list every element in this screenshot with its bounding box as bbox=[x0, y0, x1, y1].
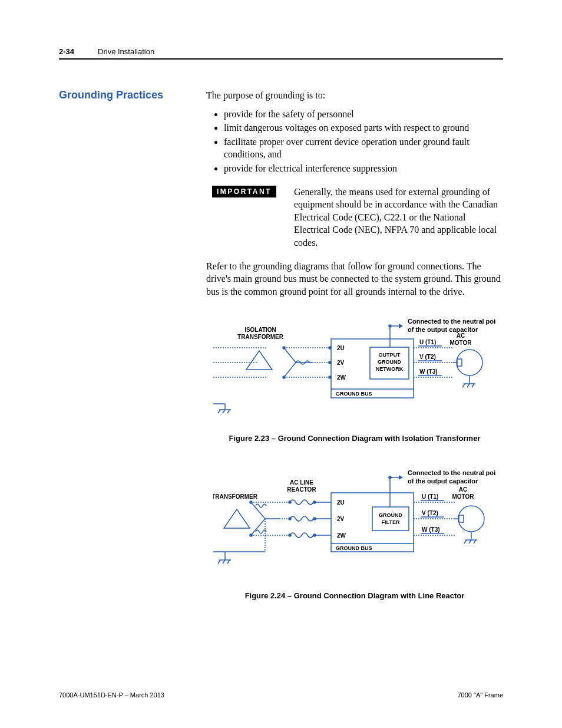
svg-line-93 bbox=[474, 540, 476, 543]
important-callout: IMPORTANT Generally, the means used for … bbox=[212, 186, 503, 249]
svg-text:NETWORK: NETWORK bbox=[376, 366, 404, 372]
chapter-title: Drive Installation bbox=[98, 47, 154, 56]
svg-line-23 bbox=[467, 384, 470, 387]
svg-rect-87 bbox=[459, 515, 464, 522]
svg-text:2U: 2U bbox=[337, 499, 345, 506]
svg-text:U (T1): U (T1) bbox=[419, 339, 436, 345]
svg-line-35 bbox=[223, 410, 225, 413]
svg-line-59 bbox=[218, 560, 220, 564]
important-text: Generally, the means used for external g… bbox=[294, 186, 503, 249]
figure-2-23: ISOLATION TRANSFORMER Connected to the n… bbox=[213, 315, 496, 425]
svg-text:2W: 2W bbox=[337, 532, 346, 539]
body-column: The purpose of grounding is to: provide … bbox=[206, 89, 503, 601]
svg-text:AC: AC bbox=[457, 332, 465, 339]
svg-rect-75 bbox=[372, 507, 409, 531]
svg-text:V (T2): V (T2) bbox=[422, 510, 438, 516]
list-item: provide for electrical interference supp… bbox=[224, 162, 503, 175]
svg-point-17 bbox=[457, 350, 482, 375]
svg-text:REACTOR: REACTOR bbox=[287, 486, 316, 493]
svg-line-61 bbox=[227, 560, 230, 564]
figure-caption: Figure 2.23 – Ground Connection Diagram … bbox=[206, 433, 503, 444]
svg-text:Connected to the neutral point: Connected to the neutral point bbox=[408, 469, 496, 476]
svg-text:ISOLATION: ISOLATION bbox=[244, 327, 276, 333]
svg-text:GROUND: GROUND bbox=[378, 359, 401, 365]
svg-line-92 bbox=[469, 540, 471, 543]
page-footer: 7000A-UM151D-EN-P – March 2013 7000 "A" … bbox=[59, 691, 503, 699]
svg-text:U (T1): U (T1) bbox=[422, 493, 438, 500]
svg-text:GROUND: GROUND bbox=[379, 512, 402, 518]
svg-text:of the output capacitor: of the output capacitor bbox=[408, 326, 478, 333]
side-column: Grounding Practices bbox=[59, 89, 206, 601]
svg-line-91 bbox=[464, 540, 467, 543]
important-badge: IMPORTANT bbox=[212, 186, 276, 197]
content-columns: Grounding Practices The purpose of groun… bbox=[59, 89, 503, 601]
svg-line-34 bbox=[218, 410, 220, 413]
svg-text:MOTOR: MOTOR bbox=[452, 493, 474, 500]
section-heading: Grounding Practices bbox=[59, 89, 206, 101]
intro-text: The purpose of grounding is to: bbox=[206, 89, 503, 102]
svg-line-60 bbox=[223, 560, 225, 564]
svg-text:FILTER: FILTER bbox=[382, 519, 400, 525]
footer-left: 7000A-UM151D-EN-P – March 2013 bbox=[59, 691, 164, 699]
page: 2-34 Drive Installation Grounding Practi… bbox=[0, 0, 562, 728]
svg-line-22 bbox=[462, 384, 465, 387]
running-header: 2-34 Drive Installation bbox=[59, 47, 503, 60]
svg-text:of the output capacitor: of the output capacitor bbox=[408, 477, 478, 485]
svg-text:2V: 2V bbox=[337, 360, 345, 366]
svg-text:V (T2): V (T2) bbox=[419, 354, 436, 360]
svg-line-24 bbox=[472, 384, 474, 387]
svg-text:W (T3): W (T3) bbox=[422, 526, 440, 533]
svg-text:Connected to the neutral point: Connected to the neutral point bbox=[408, 318, 496, 325]
svg-text:AC: AC bbox=[459, 486, 467, 493]
bullet-list: provide for the safety of personnel limi… bbox=[206, 108, 503, 175]
svg-line-36 bbox=[227, 410, 230, 413]
svg-text:2U: 2U bbox=[337, 345, 345, 351]
page-number: 2-34 bbox=[59, 47, 74, 56]
paragraph: Refer to the grounding diagrams that fol… bbox=[206, 260, 503, 298]
svg-text:GROUND BUS: GROUND BUS bbox=[336, 545, 372, 551]
svg-text:2V: 2V bbox=[337, 516, 345, 522]
svg-text:2W: 2W bbox=[337, 374, 346, 381]
svg-text:TRANSFORMER: TRANSFORMER bbox=[237, 334, 284, 340]
svg-text:OUTPUT: OUTPUT bbox=[379, 352, 401, 358]
list-item: provide for the safety of personnel bbox=[224, 108, 503, 121]
svg-text:GROUND BUS: GROUND BUS bbox=[336, 391, 372, 397]
list-item: facilitate proper over current device op… bbox=[224, 136, 503, 161]
footer-right: 7000 "A" Frame bbox=[457, 691, 503, 699]
svg-text:TRANSFORMER: TRANSFORMER bbox=[213, 493, 258, 500]
svg-text:AC LINE: AC LINE bbox=[290, 479, 313, 486]
list-item: limit dangerous voltages on exposed part… bbox=[224, 121, 503, 134]
svg-rect-18 bbox=[457, 359, 462, 366]
svg-text:W (T3): W (T3) bbox=[419, 368, 438, 375]
svg-point-86 bbox=[458, 506, 484, 532]
figure-caption: Figure 2.24 – Ground Connection Diagram … bbox=[206, 591, 503, 601]
svg-text:MOTOR: MOTOR bbox=[449, 340, 472, 346]
figure-2-24: TRANSFORMER AC LINE REACTOR Connected to… bbox=[213, 467, 496, 582]
